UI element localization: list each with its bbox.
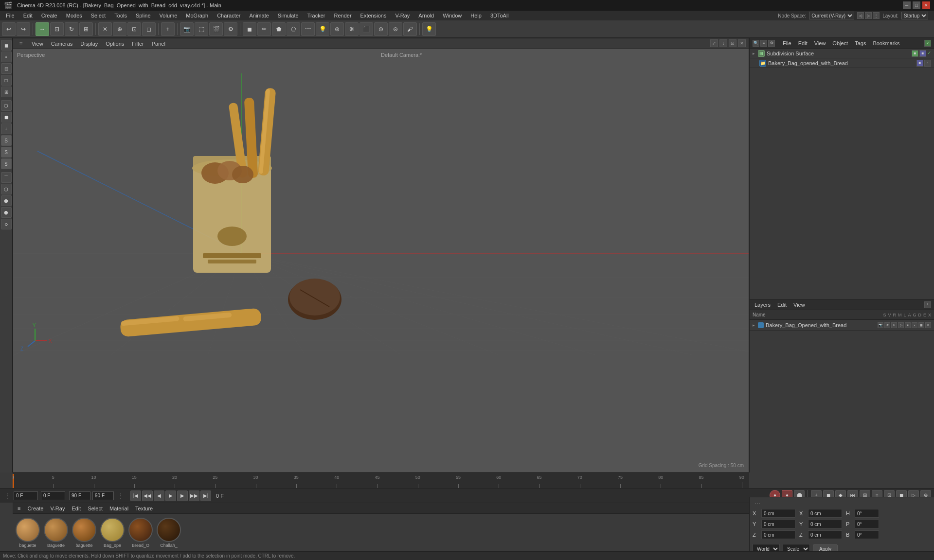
- layers-menu-layers[interactable]: Layers: [753, 301, 772, 309]
- skip-start-button[interactable]: |◀: [130, 490, 141, 501]
- obj-render-btn[interactable]: ■: [919, 50, 926, 57]
- current-frame-input-right[interactable]: [41, 491, 65, 500]
- layer-ctrl-cam[interactable]: 📷: [878, 322, 883, 328]
- skip-end-button[interactable]: ▶|: [200, 490, 211, 501]
- poly-pen-btn[interactable]: ⬡: [1, 184, 12, 194]
- symmetry-button[interactable]: ⊜: [374, 22, 388, 36]
- point-mode-btn[interactable]: •: [1, 52, 12, 62]
- undo-button[interactable]: ↩: [2, 22, 16, 36]
- timeline[interactable]: 0 5 10 15 20 25 30 35 40: [13, 473, 749, 488]
- s2-tool-btn[interactable]: S: [1, 147, 12, 158]
- menu-help[interactable]: Help: [467, 12, 485, 19]
- mat-menu-material[interactable]: Material: [108, 505, 130, 512]
- layer-ctrl-sq[interactable]: ◼: [918, 322, 924, 328]
- play-button[interactable]: ▶: [165, 490, 176, 501]
- paint-btn-l[interactable]: ⭘: [1, 219, 12, 229]
- axis-btn[interactable]: +: [1, 123, 12, 134]
- menu-simulate[interactable]: Simulate: [274, 12, 303, 19]
- coord-y-input[interactable]: [761, 520, 795, 528]
- nodespace-btn1[interactable]: ◁: [857, 12, 864, 19]
- viewport-menu-icon[interactable]: ≡: [16, 39, 26, 49]
- timeline-ruler[interactable]: 0 5 10 15 20 25 30 35 40: [13, 474, 749, 488]
- layers-menu-edit[interactable]: Edit: [775, 301, 789, 309]
- layer-ctrl-dot[interactable]: •: [912, 322, 917, 328]
- object-row-bakery[interactable]: 📁 Bakery_Bag_opened_with_Bread ■ :: [750, 58, 934, 68]
- edges-mode-button[interactable]: ⊡: [127, 22, 141, 36]
- maximize-button[interactable]: □: [913, 1, 920, 9]
- nodespace-btn3[interactable]: ⋮: [873, 12, 880, 19]
- material-item-2[interactable]: baguette: [72, 518, 96, 548]
- knife-btn[interactable]: ⬢: [1, 195, 12, 206]
- coord-b-input[interactable]: [855, 530, 879, 539]
- menu-select[interactable]: Select: [87, 12, 110, 19]
- coord-x-input[interactable]: [761, 509, 795, 518]
- mograph-cloner-button[interactable]: ❋: [345, 22, 359, 36]
- mat-menu-texture[interactable]: Texture: [133, 505, 155, 512]
- scale-tool-button[interactable]: ⊡: [50, 22, 64, 36]
- selection-button[interactable]: ⬛: [359, 22, 373, 36]
- mat-menu-edit[interactable]: Edit: [70, 505, 83, 512]
- transform-tool-button[interactable]: ⊞: [79, 22, 93, 36]
- objmgr-settings-btn[interactable]: ⚙: [768, 40, 775, 47]
- layout-select[interactable]: Startup: [901, 12, 928, 19]
- coord-x2-input[interactable]: [808, 509, 842, 518]
- bend-btn[interactable]: ⌒: [1, 172, 12, 183]
- material-item-0[interactable]: baguette: [16, 518, 40, 548]
- render-region-button[interactable]: ⬚: [195, 22, 208, 36]
- viewport-menu-display[interactable]: Display: [78, 40, 100, 48]
- timeline-dots-right[interactable]: ⋮: [116, 492, 126, 499]
- points-mode-button[interactable]: ⊕: [113, 22, 126, 36]
- layers-dots-btn[interactable]: ⋮: [924, 301, 931, 308]
- viewport-menu-cameras[interactable]: Cameras: [49, 40, 75, 48]
- objmgr-menu-object[interactable]: Object: [830, 39, 850, 47]
- layer-ctrl-eye[interactable]: 👁: [884, 322, 890, 328]
- material-item-4[interactable]: Bread_O: [128, 518, 153, 548]
- s3-tool-btn[interactable]: $: [1, 158, 12, 169]
- snap-btn[interactable]: 🔲: [1, 112, 12, 122]
- layer-row-bakery[interactable]: ▸ Bakery_Bag_Opened_with_Bread 📷 👁 R ▷ ★…: [750, 320, 934, 331]
- objmgr-menu-file[interactable]: File: [781, 39, 793, 47]
- menu-tracker[interactable]: Tracker: [304, 12, 329, 19]
- prev-frame-button[interactable]: ◀: [154, 490, 164, 501]
- menu-modes[interactable]: Modes: [62, 12, 86, 19]
- vp-save-btn[interactable]: ↓: [719, 39, 727, 47]
- objmgr-icon1[interactable]: ✓: [924, 40, 931, 47]
- next-frame-button[interactable]: ▶: [177, 490, 188, 501]
- vp-maximize-btn[interactable]: ⊡: [729, 39, 736, 47]
- obj-vis-btn2[interactable]: ■: [916, 60, 923, 67]
- menu-vray[interactable]: V-Ray: [391, 12, 413, 19]
- vp-close-btn[interactable]: ✕: [738, 39, 746, 47]
- render-settings-button[interactable]: ⚙: [224, 22, 237, 36]
- objmgr-menu-view[interactable]: View: [812, 39, 828, 47]
- extrude-btn[interactable]: ⬣: [1, 207, 12, 218]
- spline-button[interactable]: 〰: [301, 22, 315, 36]
- coord-h-input[interactable]: [855, 509, 879, 518]
- viewport-menu-panel[interactable]: Panel: [150, 40, 167, 48]
- deformer-button[interactable]: ⬠: [287, 22, 300, 36]
- mat-menu-hamburger[interactable]: ≡: [16, 505, 22, 512]
- viewport-menu-filter[interactable]: Filter: [130, 40, 145, 48]
- menu-arnold[interactable]: Arnold: [414, 12, 438, 19]
- minimize-button[interactable]: ─: [903, 1, 911, 9]
- camera-button[interactable]: 📷: [180, 22, 194, 36]
- move-tool-button[interactable]: ↔: [36, 22, 49, 36]
- objmgr-filter-btn[interactable]: ≡: [760, 40, 767, 47]
- viewport-menu-options[interactable]: Options: [104, 40, 126, 48]
- nodespace-btn2[interactable]: ▷: [865, 12, 872, 19]
- menu-create[interactable]: Create: [37, 12, 61, 19]
- redo-button[interactable]: ↪: [17, 22, 30, 36]
- poly-mode-btn[interactable]: □: [1, 75, 12, 86]
- lights-button[interactable]: 💡: [316, 22, 329, 36]
- timeline-dots-left[interactable]: ⋮: [3, 492, 13, 499]
- objmgr-menu-edit[interactable]: Edit: [796, 39, 809, 47]
- mat-menu-select[interactable]: Select: [86, 505, 105, 512]
- layer-ctrl-x[interactable]: ✕: [925, 322, 931, 328]
- menu-tools[interactable]: Tools: [110, 12, 131, 19]
- next-keyframe-button[interactable]: ▶▶: [189, 490, 199, 501]
- menu-edit[interactable]: Edit: [19, 12, 36, 19]
- mat-menu-vray[interactable]: V-Ray: [48, 505, 67, 512]
- object-row-subdivision[interactable]: ▸ ⊞ Subdivision Surface ■ ■ ✓: [750, 49, 934, 58]
- material-item-3[interactable]: Bag_ope: [100, 518, 125, 548]
- material-item-1[interactable]: Baguette: [44, 518, 68, 548]
- paint-button[interactable]: 🖌: [403, 22, 417, 36]
